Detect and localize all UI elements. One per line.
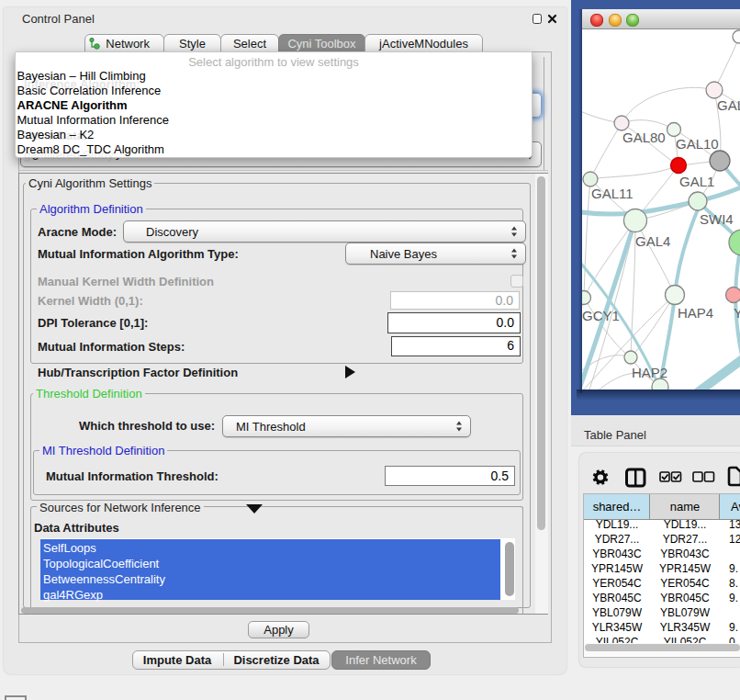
svg-text:GAL80: GAL80 bbox=[622, 130, 666, 145]
svg-text:GAL10: GAL10 bbox=[676, 136, 719, 152]
svg-text:GAL4: GAL4 bbox=[635, 233, 670, 249]
svg-text:GAL7: GAL7 bbox=[717, 97, 740, 113]
svg-text:GAL1: GAL1 bbox=[679, 174, 714, 189]
svg-text:HAP2: HAP2 bbox=[632, 365, 667, 380]
svg-text:GAL11: GAL11 bbox=[591, 186, 633, 201]
svg-text:GCY1: GCY1 bbox=[582, 308, 620, 323]
svg-text:SWI4: SWI4 bbox=[700, 211, 734, 227]
svg-text:YM: YM bbox=[734, 305, 740, 321]
svg-text:HAP4: HAP4 bbox=[678, 305, 713, 321]
